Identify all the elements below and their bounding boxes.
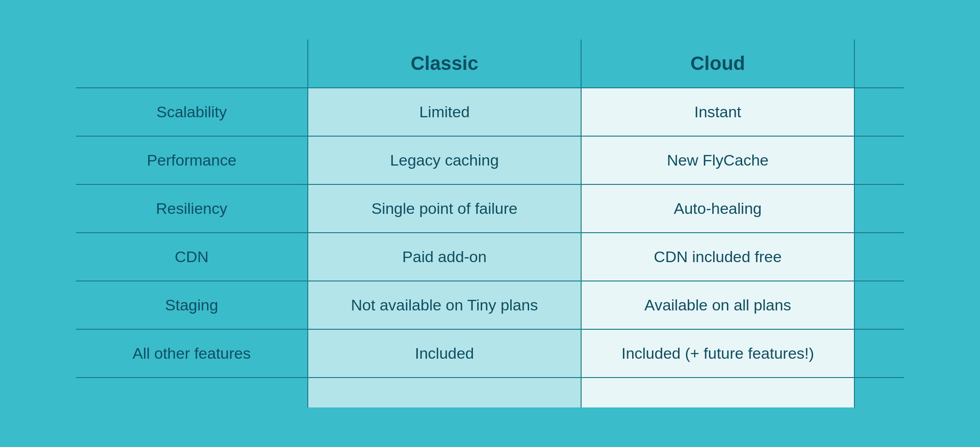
header-classic: Classic	[308, 40, 581, 88]
cloud-cell: CDN included free	[581, 233, 854, 281]
cloud-cell: Auto-healing	[581, 184, 854, 233]
classic-cell: Single point of failure	[308, 184, 581, 233]
feature-cell: Resiliency	[76, 184, 308, 233]
bottom-spacer-row	[76, 378, 904, 407]
classic-cell: Paid add-on	[308, 233, 581, 281]
comparison-table: Classic Cloud ScalabilityLimitedInstantP…	[76, 40, 904, 407]
classic-cell: Limited	[308, 88, 581, 136]
table-row: CDNPaid add-onCDN included free	[76, 233, 904, 281]
bottom-spacer-cell	[76, 378, 308, 407]
extra-cell	[854, 88, 904, 136]
extra-cell	[854, 233, 904, 281]
table-row: ResiliencySingle point of failureAuto-he…	[76, 184, 904, 233]
header-extra	[854, 40, 904, 88]
header-cloud: Cloud	[581, 40, 854, 88]
table-row: PerformanceLegacy cachingNew FlyCache	[76, 136, 904, 184]
table-row: ScalabilityLimitedInstant	[76, 88, 904, 136]
table-row: StagingNot available on Tiny plansAvaila…	[76, 281, 904, 329]
extra-cell	[854, 184, 904, 233]
table-row: All other featuresIncludedIncluded (+ fu…	[76, 329, 904, 378]
table-header-row: Classic Cloud	[76, 40, 904, 88]
cloud-cell: Available on all plans	[581, 281, 854, 329]
comparison-table-wrapper: Classic Cloud ScalabilityLimitedInstantP…	[76, 40, 904, 407]
extra-cell	[854, 329, 904, 378]
feature-cell: CDN	[76, 233, 308, 281]
header-feature	[76, 40, 308, 88]
classic-cell: Included	[308, 329, 581, 378]
feature-cell: Performance	[76, 136, 308, 184]
classic-cell: Not available on Tiny plans	[308, 281, 581, 329]
bottom-spacer-cell	[581, 378, 854, 407]
feature-cell: Scalability	[76, 88, 308, 136]
feature-cell: Staging	[76, 281, 308, 329]
cloud-cell: New FlyCache	[581, 136, 854, 184]
cloud-cell: Included (+ future features!)	[581, 329, 854, 378]
extra-cell	[854, 136, 904, 184]
feature-cell: All other features	[76, 329, 308, 378]
bottom-spacer-cell	[854, 378, 904, 407]
cloud-cell: Instant	[581, 88, 854, 136]
classic-cell: Legacy caching	[308, 136, 581, 184]
extra-cell	[854, 281, 904, 329]
bottom-spacer-cell	[308, 378, 581, 407]
